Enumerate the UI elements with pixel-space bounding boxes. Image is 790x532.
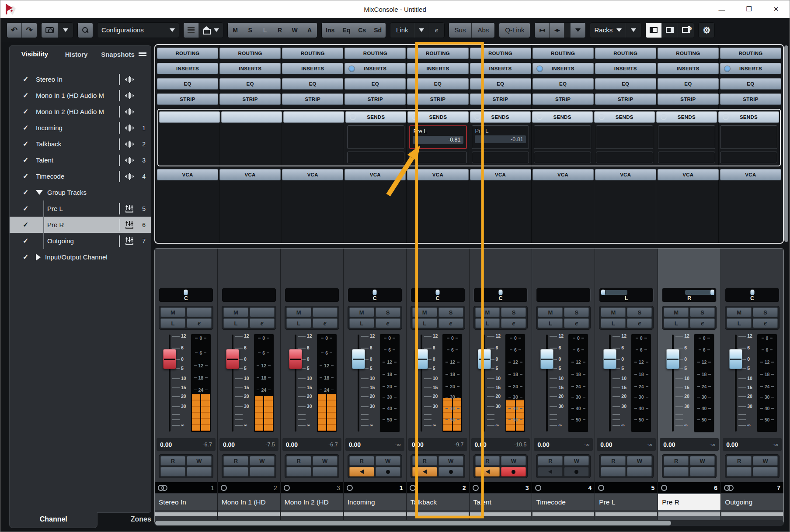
fader-db-value[interactable]: 0.00 — [223, 441, 235, 448]
tab-visibility[interactable]: Visibility — [14, 47, 56, 62]
rack-inserts-button[interactable]: INSERTS — [157, 63, 218, 74]
rack-eq-button[interactable]: EQ — [595, 78, 656, 90]
record-enable-button[interactable] — [501, 467, 526, 477]
edit-channel-settings-button[interactable]: e — [690, 318, 715, 328]
listen-button[interactable]: L — [601, 318, 626, 328]
monitor-button[interactable] — [727, 467, 752, 477]
rack-routing-button[interactable]: ROUTING — [219, 48, 281, 59]
monitor-button[interactable] — [664, 467, 689, 477]
rack-vca-button[interactable]: VCA — [219, 169, 281, 180]
send-slot[interactable] — [720, 152, 777, 163]
mute-button[interactable]: M — [601, 307, 626, 317]
meter-peak-value[interactable]: -10.5 — [514, 442, 527, 448]
channel-name[interactable]: Talent — [470, 494, 532, 510]
write-automation-button[interactable]: W — [753, 456, 778, 466]
rack-sends-empty[interactable] — [159, 111, 220, 123]
mixer-hscroll-track[interactable] — [154, 520, 784, 526]
rack-vca-button[interactable]: VCA — [157, 169, 218, 180]
rack-vca-button[interactable]: VCA — [407, 169, 468, 180]
expand-arrow-icon[interactable] — [36, 254, 41, 261]
sidebar-item-timecode[interactable]: ✓Timecode4 — [10, 168, 151, 184]
rack-vca-button[interactable]: VCA — [470, 169, 531, 180]
listen-button[interactable]: L — [412, 318, 437, 328]
mute-button[interactable]: M — [286, 307, 311, 317]
sidebar-item-incoming[interactable]: ✓Incoming1 — [10, 120, 151, 136]
fader-handle[interactable] — [289, 349, 302, 369]
meter-peak-value[interactable]: -9.7 — [454, 442, 464, 448]
settings-gear-button[interactable]: ⚙ — [699, 23, 714, 38]
rack-inserts-button[interactable]: INSERTS — [345, 63, 406, 74]
rack-strip-button[interactable]: STRIP — [595, 93, 656, 105]
edit-channel-settings-button[interactable]: e — [439, 318, 463, 328]
send-slot[interactable] — [596, 152, 653, 163]
rack-sends-button[interactable]: SENDS — [470, 111, 531, 123]
fader-db-value[interactable]: 0.00 — [160, 441, 172, 448]
racks-options-dropdown[interactable] — [626, 23, 641, 38]
write-automation-button[interactable]: W — [501, 456, 526, 466]
mute-button[interactable]: M — [160, 307, 185, 317]
rack-routing-button[interactable]: ROUTING — [345, 48, 406, 59]
rack-eq-button[interactable]: EQ — [282, 78, 343, 90]
listen-button[interactable]: L — [727, 318, 752, 328]
snapshot-camera-button[interactable] — [42, 23, 58, 38]
rack-routing-button[interactable]: ROUTING — [595, 48, 656, 59]
tab-channel[interactable]: Channel — [9, 512, 97, 528]
sidebar-item-pre-r[interactable]: ✓Pre R 6 — [10, 217, 151, 233]
fader-db-value[interactable]: 0.00 — [475, 441, 487, 448]
read-automation-button[interactable]: R — [412, 456, 437, 466]
record-enable-button[interactable] — [690, 467, 715, 477]
mute-button[interactable]: M — [349, 307, 374, 317]
send-slot[interactable]: Pre L-0.81 — [472, 125, 529, 149]
fader-handle[interactable] — [415, 349, 428, 369]
sidebar-item-input-output-channel[interactable]: ✓Input/Output Channel — [10, 249, 151, 265]
rack-sends-led[interactable] — [536, 114, 543, 120]
absolute-link-button[interactable]: Abs — [472, 23, 494, 38]
configurations-dropdown[interactable]: Configurations — [97, 23, 179, 38]
rack-routing-button[interactable]: ROUTING — [720, 48, 781, 59]
meter-peak-value[interactable]: -6.7 — [328, 442, 338, 448]
solo-button[interactable]: S — [501, 307, 526, 317]
toolbar-s-button[interactable]: S — [243, 23, 258, 38]
solo-button[interactable]: S — [690, 307, 715, 317]
listen-button[interactable]: L — [223, 318, 248, 328]
record-enable-button[interactable] — [187, 467, 212, 477]
mute-button[interactable]: M — [412, 307, 437, 317]
rack-routing-button[interactable]: ROUTING — [157, 48, 218, 59]
solo-button[interactable] — [250, 307, 275, 317]
snapshot-dropdown[interactable] — [58, 23, 73, 38]
rack-eq-button[interactable]: EQ — [157, 78, 218, 90]
close-button[interactable]: ✕ — [762, 0, 790, 18]
edit-channel-settings-button[interactable]: e — [501, 318, 526, 328]
fader-db-value[interactable]: 0.00 — [663, 441, 675, 448]
rack-sends-led[interactable] — [350, 114, 356, 120]
send-slot[interactable]: Pre L-0.81 — [409, 125, 466, 149]
monitor-button[interactable] — [349, 467, 374, 477]
solo-button[interactable]: S — [753, 307, 778, 317]
pan-control[interactable] — [536, 288, 591, 302]
tab-snapshots[interactable]: Snapshots — [97, 47, 139, 62]
rack-vca-button[interactable]: VCA — [532, 169, 594, 180]
rack-inserts-button[interactable]: INSERTS — [595, 63, 656, 74]
visibility-checkmark-icon[interactable]: ✓ — [23, 91, 36, 100]
rack-inserts-button[interactable]: INSERTS — [282, 63, 343, 74]
link-edit-button[interactable]: e — [429, 23, 444, 38]
rack-sends-button[interactable]: SENDS — [718, 111, 779, 123]
channel-color-strip[interactable] — [155, 512, 217, 516]
mute-button[interactable]: M — [727, 307, 752, 317]
read-automation-button[interactable]: R — [601, 456, 626, 466]
rack-eq-button[interactable]: EQ — [720, 78, 781, 90]
fader-handle[interactable] — [540, 349, 553, 369]
channel-name[interactable]: Talkback — [407, 494, 469, 510]
write-automation-button[interactable]: W — [250, 456, 275, 466]
channel-name[interactable]: Stereo In — [155, 494, 217, 510]
visibility-checkmark-icon[interactable]: ✓ — [23, 204, 36, 213]
fader-db-value[interactable]: 0.00 — [726, 441, 738, 448]
mute-button[interactable]: M — [664, 307, 689, 317]
visibility-checkmark-icon[interactable]: ✓ — [23, 221, 36, 229]
channel-color-strip[interactable] — [595, 512, 657, 516]
channel-name[interactable]: Pre R — [658, 494, 720, 510]
channel-name[interactable]: Timecode — [532, 494, 595, 510]
monitor-button[interactable] — [160, 467, 185, 477]
fader-db-value[interactable]: 0.00 — [412, 441, 424, 448]
pan-control[interactable]: R — [662, 288, 717, 302]
